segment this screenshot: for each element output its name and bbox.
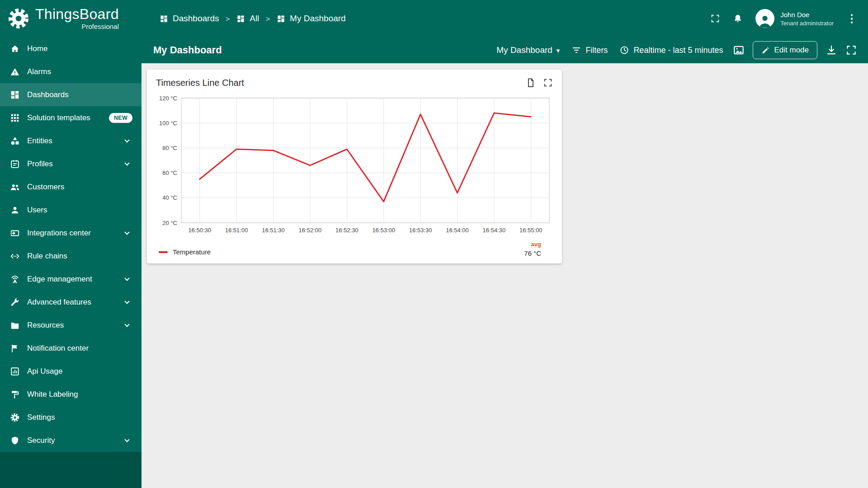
image-gallery-button[interactable] <box>733 44 745 56</box>
sidebar-item-security[interactable]: Security <box>0 429 142 452</box>
fullscreen-icon <box>845 44 857 56</box>
breadcrumb-separator: > <box>226 15 230 23</box>
dashboard-toolbar: My Dashboard My Dashboard ▾ Filters Real… <box>142 37 868 63</box>
caret-down-icon: ▾ <box>557 47 560 55</box>
paint-roller-icon <box>10 389 20 399</box>
sidebar-item-integrations-center[interactable]: Integrations center <box>0 221 142 244</box>
app-name: ThingsBoard <box>35 7 119 21</box>
svg-text:16:50:30: 16:50:30 <box>188 227 211 234</box>
breadcrumb-label: All <box>250 14 259 23</box>
widget-export-button[interactable] <box>526 78 536 88</box>
filter-icon <box>571 45 581 55</box>
sidebar-item-label: Alarms <box>27 67 134 76</box>
breadcrumb-item-all[interactable]: All <box>236 14 259 23</box>
sidebar-item-users[interactable]: Users <box>0 198 142 221</box>
timewindow-label: Realtime - last 5 minutes <box>633 46 723 55</box>
sidebar-item-notification-center[interactable]: Notification center <box>0 337 142 360</box>
gear-icon <box>10 413 20 422</box>
sidebar-item-rule-chains[interactable]: Rule chains <box>0 244 142 267</box>
bell-icon <box>733 14 743 23</box>
breadcrumb: Dashboards > All > My Dashboard <box>160 14 346 23</box>
legend-swatch <box>159 251 168 253</box>
dashboards-icon <box>160 14 168 23</box>
legend-series-label: Temperature <box>173 248 211 256</box>
sidebar-item-white-labeling[interactable]: White Labeling <box>0 383 142 406</box>
dashboard-state-select[interactable]: My Dashboard ▾ <box>495 42 561 58</box>
image-icon <box>733 44 745 56</box>
timewindow-button[interactable]: Realtime - last 5 minutes <box>618 42 725 58</box>
widget-fullscreen-button[interactable] <box>543 78 553 88</box>
filters-button[interactable]: Filters <box>570 42 609 58</box>
legend-item-temperature[interactable]: Temperature <box>159 248 211 257</box>
sidebar-item-home[interactable]: Home <box>0 37 142 60</box>
dashboards-icon <box>236 14 245 23</box>
widget-actions <box>526 78 553 88</box>
fullscreen-button[interactable] <box>710 14 720 23</box>
sidebar-item-label: Resources <box>27 321 118 330</box>
clock-icon <box>619 45 629 55</box>
more-menu-button[interactable]: ⋮ <box>846 13 857 24</box>
dashboard-state-label: My Dashboard <box>496 45 552 55</box>
svg-text:20 °C: 20 °C <box>162 220 177 226</box>
sidebar-item-label: Api Usage <box>27 367 134 376</box>
sidebar-footer <box>0 452 142 488</box>
svg-text:16:54:00: 16:54:00 <box>446 227 469 234</box>
chevron-down-icon <box>124 230 129 235</box>
breadcrumb-item-my-dashboard[interactable]: My Dashboard <box>277 14 346 23</box>
chevron-down-icon <box>124 276 129 281</box>
svg-text:40 °C: 40 °C <box>162 194 177 201</box>
aggregation-header: avg <box>531 241 541 248</box>
sidebar-item-settings[interactable]: Settings <box>0 406 142 429</box>
sidebar-item-solution-templates[interactable]: Solution templates NEW <box>0 106 142 129</box>
tools-icon <box>10 297 20 307</box>
sidebar-item-advanced-features[interactable]: Advanced features <box>0 291 142 314</box>
dashboard-controls: My Dashboard ▾ Filters Realtime - last 5… <box>495 41 857 59</box>
svg-text:16:53:30: 16:53:30 <box>409 227 432 234</box>
customers-icon <box>10 182 20 192</box>
svg-text:16:52:30: 16:52:30 <box>335 227 359 234</box>
chevron-down-icon <box>124 137 129 142</box>
sidebar-item-label: Home <box>27 44 134 53</box>
app-logo[interactable]: ThingsBoard Professional <box>0 0 142 37</box>
svg-text:16:51:00: 16:51:00 <box>225 227 248 234</box>
thingsboard-logo-icon <box>7 7 30 30</box>
sidebar-item-api-usage[interactable]: Api Usage <box>0 360 142 383</box>
pencil-icon <box>761 46 770 55</box>
avatar-person-icon <box>757 14 773 28</box>
toolbar-fullscreen-button[interactable] <box>845 44 857 56</box>
download-button[interactable] <box>826 44 837 56</box>
svg-text:100 °C: 100 °C <box>159 120 177 127</box>
profiles-icon <box>10 159 20 169</box>
sidebar-item-profiles[interactable]: Profiles <box>0 152 142 175</box>
filters-label: Filters <box>585 46 608 55</box>
sidebar-item-label: Entities <box>27 136 118 145</box>
fullscreen-icon <box>543 78 553 88</box>
sidebar-item-edge-management[interactable]: Edge management <box>0 267 142 291</box>
breadcrumb-item-dashboards[interactable]: Dashboards <box>160 14 219 23</box>
sidebar-item-customers[interactable]: Customers <box>0 175 142 198</box>
sidebar-item-label: Solution templates <box>27 113 102 122</box>
shield-icon <box>10 436 20 446</box>
sidebar-item-label: Integrations center <box>27 229 118 238</box>
download-icon <box>826 44 837 56</box>
file-export-icon <box>526 78 536 88</box>
sidebar-item-dashboards[interactable]: Dashboards <box>0 83 142 106</box>
rule-chains-icon <box>10 251 20 261</box>
user-name: John Doe <box>780 11 834 19</box>
sidebar-item-alarms[interactable]: Alarms <box>0 60 142 83</box>
integrations-icon <box>10 228 20 238</box>
dashboard-title: My Dashboard <box>153 44 222 56</box>
sidebar-item-resources[interactable]: Resources <box>0 314 142 337</box>
entities-icon <box>10 136 20 146</box>
widget-title: Timeseries Line Chart <box>156 78 244 88</box>
home-icon <box>10 44 20 54</box>
widget-header: Timeseries Line Chart <box>156 78 553 88</box>
edit-mode-button[interactable]: Edit mode <box>753 41 817 59</box>
notifications-button[interactable] <box>733 14 743 23</box>
user-role: Tenant administrator <box>780 20 834 27</box>
edit-mode-label: Edit mode <box>774 46 809 55</box>
main-area: Dashboards > All > My Dashboard <box>142 0 868 488</box>
sidebar-item-entities[interactable]: Entities <box>0 129 142 152</box>
user-menu[interactable]: John Doe Tenant administrator <box>755 9 834 28</box>
sidebar-item-label: Security <box>27 436 118 445</box>
